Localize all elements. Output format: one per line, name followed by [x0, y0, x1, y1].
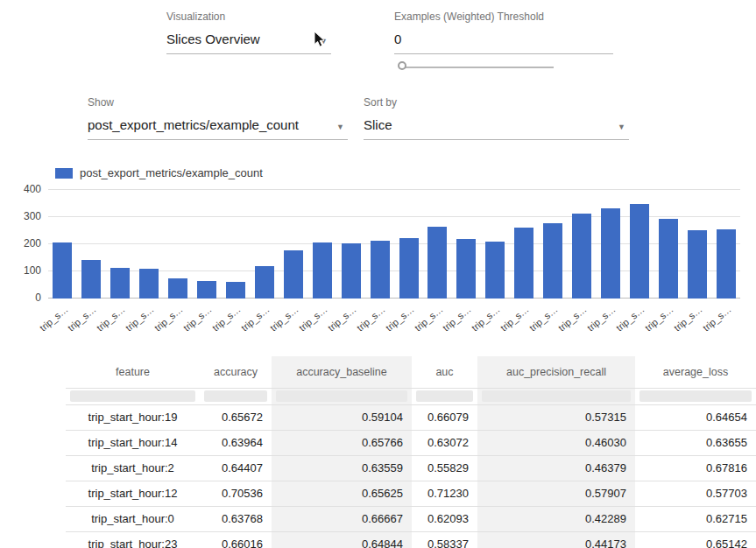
- x-axis-label: trip_s…: [355, 304, 387, 334]
- metric-cell: 0.66079: [412, 404, 477, 430]
- bar-slot: trip_s…: [568, 190, 597, 299]
- threshold-slider[interactable]: [396, 60, 554, 74]
- visualization-dropdown-value: Slices Overview: [166, 32, 260, 46]
- bar[interactable]: [456, 239, 476, 299]
- x-axis-label: trip_s…: [152, 304, 185, 334]
- y-axis-tick-label: 0: [35, 292, 41, 304]
- x-axis-label: trip_s…: [412, 304, 444, 334]
- filter-input[interactable]: [204, 390, 267, 402]
- bar[interactable]: [255, 266, 274, 299]
- sort-by-label: Sort by: [364, 96, 629, 109]
- metric-cell: 0.66016: [200, 531, 272, 548]
- filter-input[interactable]: [639, 390, 752, 402]
- bar[interactable]: [371, 241, 390, 299]
- chevron-down-icon[interactable]: ▼: [618, 123, 625, 131]
- x-axis-label: trip_s…: [441, 304, 473, 334]
- bar-slot: trip_s…: [106, 190, 135, 299]
- bar[interactable]: [514, 228, 533, 299]
- column-header-auc_precision_recall[interactable]: auc_precision_recall: [477, 356, 635, 388]
- metric-cell: 0.57703: [635, 481, 756, 506]
- column-header-auc[interactable]: auc: [412, 356, 477, 388]
- x-axis-label: trip_s…: [37, 304, 69, 334]
- feature-cell: trip_start_hour:19: [66, 404, 200, 430]
- threshold-control: Examples (Weighted) Threshold 0: [394, 11, 613, 54]
- sort-by-dropdown[interactable]: Slice ▼: [364, 117, 629, 140]
- metric-cell: 0.70536: [200, 481, 272, 506]
- threshold-input[interactable]: 0: [394, 32, 613, 54]
- slider-track[interactable]: [403, 67, 554, 68]
- x-axis-label: trip_s…: [527, 304, 560, 334]
- feature-cell: trip_start_hour:14: [66, 430, 200, 455]
- x-axis-label: trip_s…: [124, 304, 156, 334]
- bar[interactable]: [81, 260, 101, 299]
- metric-cell: 0.44173: [477, 531, 635, 548]
- column-header-accuracy_baseline[interactable]: accuracy_baseline: [272, 356, 412, 388]
- bar-slot: trip_s…: [164, 190, 193, 299]
- y-axis-tick-label: 100: [24, 264, 41, 277]
- bar[interactable]: [226, 282, 245, 299]
- bar[interactable]: [342, 243, 361, 299]
- bar-chart: 0100200300400 trip_s…trip_s…trip_s…trip_…: [48, 190, 740, 299]
- metric-cell: 0.66667: [272, 506, 412, 531]
- filter-cell: [200, 388, 272, 404]
- metric-cell: 0.63655: [635, 430, 756, 455]
- bar[interactable]: [168, 278, 187, 299]
- bar-slot: trip_s…: [193, 190, 222, 299]
- column-header-feature[interactable]: feature: [66, 356, 200, 388]
- bar[interactable]: [601, 208, 620, 299]
- show-control: Show post_export_metrics/example_count ▼: [88, 96, 348, 140]
- y-axis-tick-label: 300: [24, 210, 41, 222]
- filter-input[interactable]: [482, 390, 631, 402]
- bar[interactable]: [53, 242, 72, 299]
- x-axis-label: trip_s…: [210, 304, 243, 334]
- table-row: trip_start_hour:120.705360.656250.712300…: [66, 481, 756, 506]
- filter-cell: [412, 388, 477, 404]
- visualization-dropdown[interactable]: Slices Overview ▼: [166, 32, 331, 54]
- filter-input[interactable]: [416, 390, 473, 402]
- visualization-control: Visualization Slices Overview ▼: [166, 11, 331, 54]
- bar[interactable]: [630, 204, 649, 299]
- metric-cell: 0.58337: [412, 531, 477, 548]
- x-axis-label: trip_s…: [470, 304, 502, 334]
- column-header-accuracy[interactable]: accuracy: [200, 356, 272, 388]
- x-axis-label: trip_s…: [614, 304, 646, 334]
- bar-slot: trip_s…: [423, 190, 452, 299]
- slider-thumb[interactable]: [398, 61, 406, 70]
- threshold-input-value: 0: [394, 32, 401, 46]
- filter-input[interactable]: [70, 390, 195, 402]
- bar[interactable]: [139, 269, 159, 299]
- bar[interactable]: [659, 219, 678, 299]
- x-axis-label: trip_s…: [326, 304, 358, 334]
- bar[interactable]: [399, 238, 419, 299]
- bar[interactable]: [543, 223, 562, 299]
- show-dropdown[interactable]: post_export_metrics/example_count ▼: [88, 117, 348, 140]
- x-axis-label: trip_s…: [643, 304, 675, 334]
- bar[interactable]: [572, 214, 591, 299]
- feature-cell: trip_start_hour:23: [66, 531, 200, 548]
- sort-by-dropdown-value: Slice: [364, 117, 392, 132]
- bar[interactable]: [110, 268, 130, 299]
- x-axis-label: trip_s…: [297, 304, 329, 334]
- x-axis-label: trip_s…: [556, 304, 589, 334]
- filter-cell: [635, 388, 756, 404]
- filter-cell: [272, 388, 412, 404]
- bar[interactable]: [485, 242, 505, 299]
- bar-slot: trip_s…: [365, 190, 394, 299]
- bar-slot: trip_s…: [279, 190, 307, 299]
- bar[interactable]: [427, 227, 447, 299]
- chevron-down-icon[interactable]: ▼: [320, 38, 328, 46]
- column-header-average_loss[interactable]: average_loss: [635, 356, 756, 388]
- bar[interactable]: [313, 242, 332, 299]
- table-row: trip_start_hour:00.637680.666670.620930.…: [66, 506, 756, 531]
- bar[interactable]: [688, 230, 707, 299]
- chevron-down-icon[interactable]: ▼: [336, 123, 344, 131]
- sort-by-control: Sort by Slice ▼: [364, 96, 629, 140]
- metric-cell: 0.67816: [635, 455, 756, 481]
- bar[interactable]: [284, 250, 303, 299]
- metric-cell: 0.65766: [272, 430, 412, 455]
- bar[interactable]: [717, 229, 736, 299]
- filter-input[interactable]: [276, 390, 407, 402]
- bar[interactable]: [197, 281, 216, 299]
- bar-slot: trip_s…: [48, 190, 77, 299]
- show-dropdown-value: post_export_metrics/example_count: [88, 117, 299, 132]
